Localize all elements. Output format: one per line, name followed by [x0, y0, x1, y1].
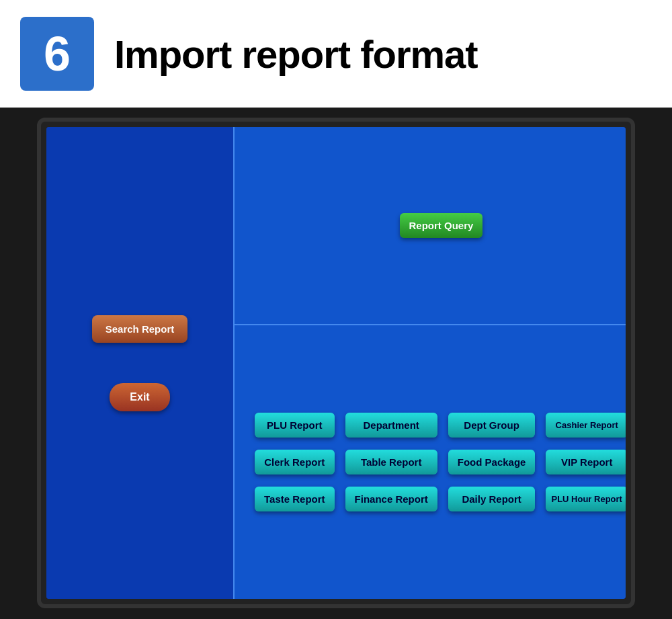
taste-report-button[interactable]: Taste Report [255, 487, 335, 511]
department-button[interactable]: Department [345, 413, 437, 438]
table-report-button[interactable]: Table Report [345, 450, 437, 474]
step-badge: 6 [20, 17, 94, 91]
monitor-screen: Search Report Exit Report Query PLU Repo… [46, 127, 626, 599]
top-right-section: Report Query [235, 127, 626, 325]
dept-group-button[interactable]: Dept Group [448, 413, 536, 438]
finance-report-button[interactable]: Finance Report [345, 487, 437, 511]
daily-report-button[interactable]: Daily Report [448, 487, 536, 511]
bottom-right-section: PLU Report Department Dept Group Cashier… [235, 325, 626, 599]
header: 6 Import report format [0, 0, 672, 108]
report-query-button[interactable]: Report Query [400, 213, 483, 238]
cashier-report-button[interactable]: Cashier Report [546, 413, 626, 438]
plu-hour-report-button[interactable]: PLU Hour Report [546, 487, 626, 511]
exit-button[interactable]: Exit [110, 383, 169, 411]
monitor-frame: Search Report Exit Report Query PLU Repo… [37, 118, 635, 608]
food-package-button[interactable]: Food Package [448, 450, 536, 474]
vip-report-button[interactable]: VIP Report [546, 450, 626, 474]
left-panel: Search Report Exit [46, 127, 235, 599]
clerk-report-button[interactable]: Clerk Report [255, 450, 335, 474]
plu-report-button[interactable]: PLU Report [255, 413, 335, 438]
search-report-button[interactable]: Search Report [92, 315, 188, 343]
page-title: Import report format [114, 32, 478, 77]
report-buttons-grid: PLU Report Department Dept Group Cashier… [235, 399, 626, 525]
right-panel: Report Query PLU Report Department Dept … [235, 127, 626, 599]
